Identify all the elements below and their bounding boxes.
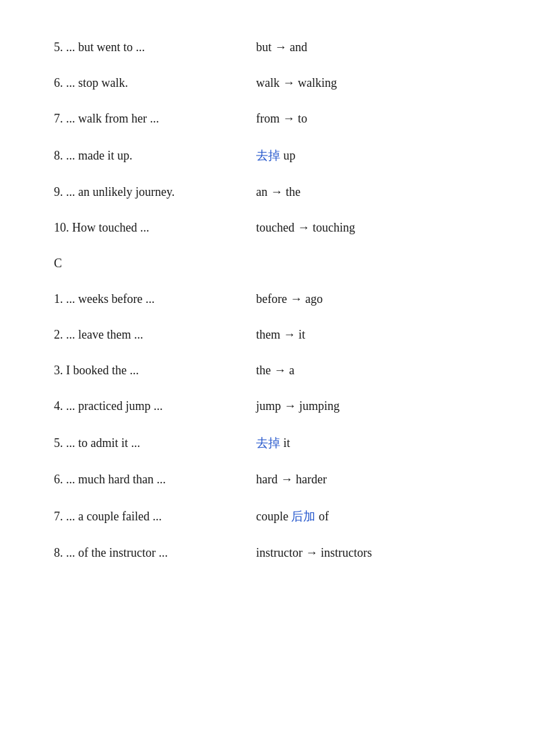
correction-text: and xyxy=(287,40,308,54)
item-right-text: couple 后加 of xyxy=(243,508,329,524)
arrow-symbol: → xyxy=(290,292,302,306)
section-c-header: C xyxy=(54,256,481,271)
item-right-text: walk → walking xyxy=(243,76,337,90)
item-left-text: 10. How touched ... xyxy=(54,221,243,235)
arrow-symbol: → xyxy=(297,221,309,234)
item-left-text: 8. ... made it up. xyxy=(54,149,243,163)
list-item: 7. ... walk from her ... from → to xyxy=(54,112,481,126)
list-item: 5. ... but went to ... but → and xyxy=(54,40,481,55)
correction-text: ago xyxy=(302,292,323,306)
item-left-text: 4. ... practiced jump ... xyxy=(54,399,243,413)
item-left-text: 6. ... much hard than ... xyxy=(54,473,243,487)
item-right-text: 去掉 it xyxy=(243,435,290,451)
item-right-text: instructor → instructors xyxy=(243,546,372,560)
list-item: 3. I booked the ... the → a xyxy=(54,364,481,378)
page-content: 5. ... but went to ... but → and 6. ... … xyxy=(0,0,535,622)
arrow-symbol: → xyxy=(284,399,296,413)
arrow-symbol: → xyxy=(271,185,283,199)
item-left-text: 5. ... to admit it ... xyxy=(54,436,243,450)
item-left-text: 3. I booked the ... xyxy=(54,364,243,378)
correction-text: it xyxy=(280,436,290,450)
correction-text: instructor xyxy=(256,546,306,559)
correction-text: hard xyxy=(256,473,280,486)
correction-text: couple xyxy=(256,510,291,523)
chinese-text: 去掉 xyxy=(256,436,280,450)
correction-text: it xyxy=(296,328,306,341)
list-item: 4. ... practiced jump ... jump → jumping xyxy=(54,399,481,413)
item-right-text: before → ago xyxy=(243,292,323,306)
correction-text: to xyxy=(295,112,308,125)
list-item: 6. ... stop walk. walk → walking xyxy=(54,76,481,90)
item-right-text: an → the xyxy=(243,185,301,199)
item-right-text: from → to xyxy=(243,112,307,126)
correction-text: before xyxy=(256,292,290,306)
item-left-text: 7. ... a couple failed ... xyxy=(54,510,243,524)
list-item: 8. ... made it up. 去掉 up xyxy=(54,147,481,164)
correction-text: walking xyxy=(295,76,338,90)
item-right-text: jump → jumping xyxy=(243,399,340,413)
list-item: 1. ... weeks before ... before → ago xyxy=(54,292,481,306)
item-left-text: 5. ... but went to ... xyxy=(54,40,243,55)
correction-text: the xyxy=(256,364,274,377)
correction-text: an xyxy=(256,185,271,199)
correction-text: harder xyxy=(292,473,326,486)
arrow-symbol: → xyxy=(283,76,295,90)
list-item: 5. ... to admit it ... 去掉 it xyxy=(54,435,481,451)
correction-text: up xyxy=(280,149,296,162)
item-left-text: 7. ... walk from her ... xyxy=(54,112,243,126)
correction-text: walk xyxy=(256,76,283,90)
item-right-text: 去掉 up xyxy=(243,147,296,164)
list-item: 6. ... much hard than ... hard → harder xyxy=(54,473,481,487)
correction-text: them xyxy=(256,328,284,341)
correction-text: from xyxy=(256,112,283,125)
correction-text: of xyxy=(315,510,329,523)
chinese-text: 去掉 xyxy=(256,149,280,162)
item-right-text: but → and xyxy=(243,40,307,55)
item-right-text: them → it xyxy=(243,328,305,342)
item-left-text: 9. ... an unlikely journey. xyxy=(54,185,243,199)
correction-text: jump xyxy=(256,399,284,413)
correction-text: instructors xyxy=(318,546,373,559)
item-left-text: 6. ... stop walk. xyxy=(54,76,243,90)
correction-text: the xyxy=(283,185,301,199)
item-right-text: the → a xyxy=(243,364,294,378)
arrow-symbol: → xyxy=(275,40,287,54)
correction-text: touched xyxy=(256,221,297,234)
item-left-text: 2. ... leave them ... xyxy=(54,328,243,342)
list-item: 10. How touched ... touched → touching xyxy=(54,221,481,235)
arrow-symbol: → xyxy=(274,364,286,377)
arrow-symbol: → xyxy=(306,546,318,559)
list-item: 8. ... of the instructor ... instructor … xyxy=(54,546,481,560)
items-group: 5. ... but went to ... but → and 6. ... … xyxy=(54,40,481,235)
list-item: 9. ... an unlikely journey. an → the xyxy=(54,185,481,199)
correction-text: jumping xyxy=(296,399,340,413)
list-item: 7. ... a couple failed ... couple 后加 of xyxy=(54,508,481,524)
arrow-symbol: → xyxy=(280,473,292,486)
arrow-symbol: → xyxy=(283,112,295,125)
correction-text: but xyxy=(256,40,275,54)
correction-text: a xyxy=(286,364,295,377)
item-right-text: touched → touching xyxy=(243,221,355,235)
chinese-text: 后加 xyxy=(291,510,315,523)
item-left-text: 8. ... of the instructor ... xyxy=(54,546,243,560)
item-left-text: 1. ... weeks before ... xyxy=(54,292,243,306)
item-right-text: hard → harder xyxy=(243,473,327,487)
section-c-group: 1. ... weeks before ... before → ago 2. … xyxy=(54,292,481,560)
correction-text: touching xyxy=(309,221,355,234)
list-item: 2. ... leave them ... them → it xyxy=(54,328,481,342)
arrow-symbol: → xyxy=(284,328,296,341)
